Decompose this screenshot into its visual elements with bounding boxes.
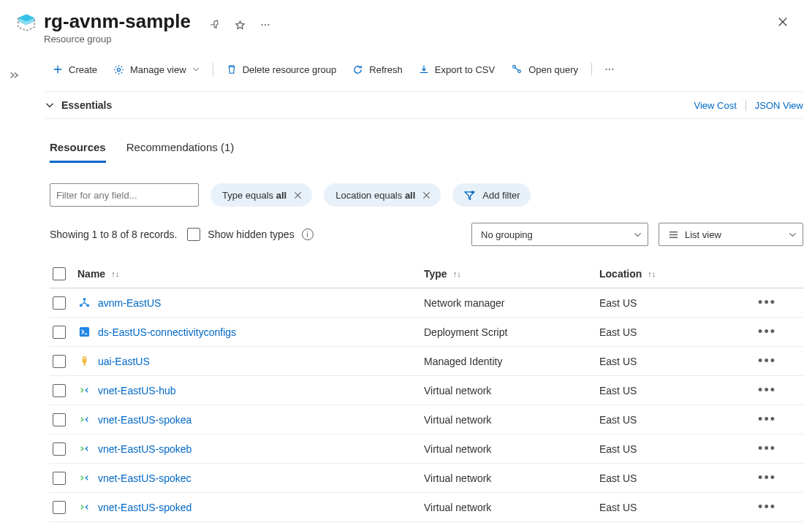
sort-icon: ↑↓ — [453, 269, 461, 278]
ellipsis-icon — [604, 64, 615, 74]
row-more-button[interactable]: ••• — [745, 470, 782, 486]
tab-recommendations[interactable]: Recommendations (1) — [126, 141, 235, 163]
overflow-button[interactable] — [598, 58, 621, 81]
tab-resources[interactable]: Resources — [50, 141, 106, 163]
essentials-toggle[interactable]: Essentials — [45, 99, 112, 111]
view-value: List view — [685, 229, 721, 240]
add-filter-button[interactable]: Add filter — [452, 183, 530, 207]
filter-type-value: all — [276, 190, 287, 201]
manage-view-button[interactable]: Manage view — [106, 58, 207, 81]
sort-icon: ↑↓ — [648, 269, 656, 278]
resource-location: East US — [599, 502, 745, 513]
add-filter-label: Add filter — [482, 190, 520, 201]
table-row: vnet-EastUS-hubVirtual networkEast US••• — [50, 376, 803, 405]
chevron-down-icon — [45, 101, 54, 110]
table-row: vnet-EastUS-spokecVirtual networkEast US… — [50, 464, 803, 493]
chevron-down-icon — [789, 231, 797, 239]
resource-link[interactable]: vnet-EastUS-spokea — [98, 414, 191, 426]
svg-point-6 — [606, 69, 607, 70]
resource-location: East US — [599, 443, 745, 455]
row-checkbox[interactable] — [53, 472, 66, 485]
table-row: vnet-EastUS-spokeaVirtual networkEast US… — [50, 405, 803, 434]
svg-point-0 — [261, 24, 262, 26]
col-location-label: Location — [599, 268, 642, 280]
row-more-button[interactable]: ••• — [745, 383, 782, 398]
create-button[interactable]: Create — [45, 58, 105, 81]
filter-input[interactable] — [50, 183, 199, 207]
expand-chevron-button[interactable] — [6, 67, 22, 83]
delete-rg-label: Delete resource group — [243, 64, 337, 75]
resource-link[interactable]: vnet-EastUS-spokeb — [98, 443, 191, 455]
info-icon[interactable]: i — [302, 229, 314, 240]
col-type[interactable]: Type ↑↓ — [424, 268, 599, 280]
refresh-icon — [352, 64, 363, 75]
resource-table: Name ↑↓ Type ↑↓ Location ↑↓ avnm-EastUSN… — [50, 259, 803, 522]
resource-link[interactable]: ds-EastUS-connectivityconfigs — [98, 326, 236, 338]
records-row: Showing 1 to 8 of 8 records. Show hidden… — [0, 207, 812, 246]
view-cost-link[interactable]: View Cost — [694, 100, 736, 111]
view-dropdown[interactable]: List view — [659, 223, 803, 246]
resource-icon — [77, 296, 91, 310]
resource-type: Network manager — [424, 297, 599, 309]
close-icon[interactable] — [294, 191, 302, 199]
row-more-button[interactable]: ••• — [745, 353, 782, 369]
page-subtitle: Resource group — [44, 34, 191, 45]
resource-link[interactable]: uai-EastUS — [98, 356, 150, 367]
resource-link[interactable]: vnet-EastUS-spokec — [98, 472, 191, 484]
favorite-button[interactable] — [229, 13, 252, 37]
resource-icon — [77, 442, 91, 456]
open-query-button[interactable]: Open query — [504, 58, 585, 81]
resource-icon — [77, 472, 91, 485]
row-more-button[interactable]: ••• — [745, 441, 782, 456]
filter-pill-location[interactable]: Location equals all — [324, 183, 441, 207]
essentials-section: Essentials View Cost JSON View — [0, 92, 812, 118]
table-row: vnet-EastUS-spokedVirtual networkEast US… — [50, 493, 803, 522]
close-button[interactable] — [771, 10, 794, 34]
grouping-dropdown[interactable]: No grouping — [471, 223, 648, 246]
delete-rg-button[interactable]: Delete resource group — [219, 58, 344, 81]
more-header-button[interactable] — [254, 13, 277, 37]
col-name[interactable]: Name ↑↓ — [77, 268, 424, 280]
row-checkbox[interactable] — [53, 296, 66, 310]
row-checkbox[interactable] — [53, 384, 66, 397]
row-checkbox[interactable] — [53, 442, 66, 456]
show-hidden-checkbox[interactable] — [187, 228, 200, 241]
col-name-label: Name — [77, 268, 105, 280]
gear-icon — [113, 64, 124, 75]
resource-link[interactable]: avnm-EastUS — [98, 297, 161, 309]
row-more-button[interactable]: ••• — [745, 324, 782, 340]
svg-point-5 — [518, 70, 521, 73]
svg-point-1 — [265, 24, 266, 26]
export-csv-button[interactable]: Export to CSV — [411, 58, 502, 81]
resource-link[interactable]: vnet-EastUS-hub — [98, 385, 176, 396]
row-more-button[interactable]: ••• — [745, 295, 782, 310]
refresh-button[interactable]: Refresh — [345, 58, 410, 81]
row-checkbox[interactable] — [53, 326, 66, 339]
svg-point-9 — [83, 298, 86, 301]
tab-bar: Resources Recommendations (1) — [0, 119, 812, 163]
row-more-button[interactable]: ••• — [745, 412, 782, 427]
row-checkbox[interactable] — [53, 355, 66, 368]
row-checkbox[interactable] — [53, 413, 66, 426]
filter-icon — [464, 190, 475, 201]
table-body: avnm-EastUSNetwork managerEast US•••ds-E… — [50, 288, 803, 522]
records-count: Showing 1 to 8 of 8 records. — [50, 229, 177, 240]
filter-loc-prefix: Location equals — [335, 190, 405, 201]
grouping-value: No grouping — [481, 229, 533, 240]
close-icon[interactable] — [422, 191, 430, 199]
select-all-checkbox[interactable] — [53, 267, 66, 280]
json-view-link[interactable]: JSON View — [755, 100, 803, 111]
query-icon — [511, 64, 523, 75]
filter-loc-value: all — [405, 190, 415, 201]
plus-icon — [53, 64, 63, 74]
col-type-label: Type — [424, 268, 447, 280]
command-bar: Create Manage view Delete resource group… — [0, 45, 812, 91]
col-location[interactable]: Location ↑↓ — [599, 268, 745, 280]
table-row: uai-EastUSManaged IdentityEast US••• — [50, 347, 803, 376]
row-more-button[interactable]: ••• — [745, 499, 782, 515]
resource-link[interactable]: vnet-EastUS-spoked — [98, 502, 191, 513]
show-hidden-label: Show hidden types — [208, 229, 294, 240]
filter-pill-type[interactable]: Type equals all — [210, 183, 312, 207]
row-checkbox[interactable] — [53, 501, 66, 514]
pin-button[interactable] — [204, 13, 227, 37]
